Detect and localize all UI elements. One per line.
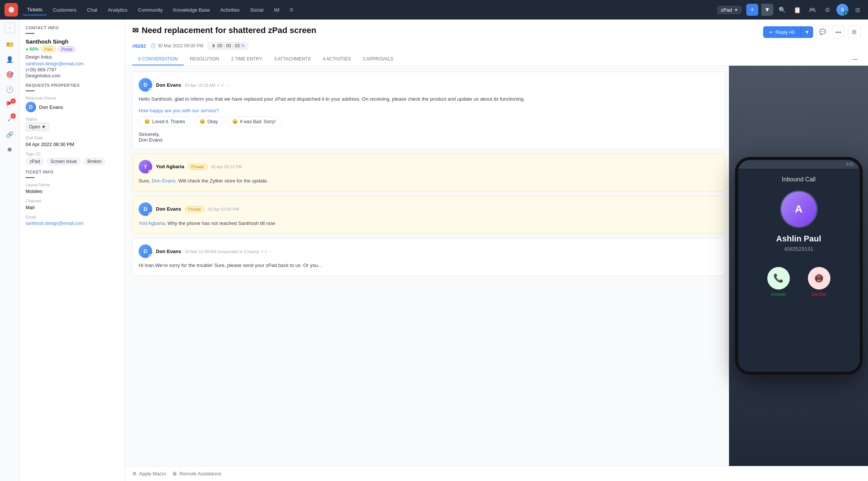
satisfaction-question: How happy are you with our service? <box>139 108 719 113</box>
main-content: ✉ Need replacement for shattered zPad sc… <box>125 20 868 481</box>
icon-sidebar: ‹ 🎫 👤 🎯 🕐 🚩 2 ✓ 4 🔗 ✺ <box>0 20 20 481</box>
ticket-tabs: 6 CONVERSATION RESOLUTION 2 TIME ENTRY 3… <box>132 53 860 65</box>
contact-paid-badge: Paid <box>41 46 56 52</box>
msg1-sincerely: Sincerely, Don Evans <box>139 131 719 143</box>
apply-macro-action[interactable]: ⚙ Apply Macro <box>132 471 166 476</box>
zpad-selector[interactable]: zPad ▼ <box>717 6 742 14</box>
sidebar-icon-target[interactable]: 🎯 <box>3 68 17 81</box>
nav-tickets[interactable]: Tickets <box>23 5 47 15</box>
tab-resolution[interactable]: RESOLUTION <box>184 53 225 65</box>
collapse-sidebar-button[interactable]: ‹ <box>5 23 15 33</box>
due-date-value: 04 Apr 2022 08:30 PM <box>26 142 118 147</box>
status-value: Open <box>29 124 40 130</box>
nav-chat[interactable]: Chat <box>83 5 102 15</box>
owner-avatar: D <box>26 102 36 112</box>
tag-zpad[interactable]: zPad <box>26 158 44 165</box>
nav-im[interactable]: IM <box>269 5 284 15</box>
chat-action-button[interactable]: 💬 <box>816 26 829 38</box>
nav-analytics[interactable]: Analytics <box>103 5 132 15</box>
msg2-body: Sure, Don Evans. Will check the Zylker s… <box>139 177 719 185</box>
avatar[interactable]: S <box>836 4 848 16</box>
answer-action: 📞 Answer <box>767 267 790 297</box>
status-dropdown[interactable]: Open ▼ <box>26 123 49 131</box>
contact-website[interactable]: DesignIndus.com <box>26 73 118 78</box>
msg3-body: Yod Agbaria, Why the phone has not reach… <box>139 220 719 228</box>
sidebar-icon-tasks[interactable]: ✓ 4 <box>3 113 17 126</box>
message-2: Y Yod Agbaria Private 02 Apr 03:12 PM Su… <box>132 154 725 191</box>
msg4-time: 30 Mar 12:09 AM (responded in 3 hours) <box>185 249 259 254</box>
nav-social[interactable]: Social <box>246 5 268 15</box>
gear-icon[interactable]: ⚙ <box>821 4 833 16</box>
ticket-date: 🕐 30 Mar 2022 09:00 PM <box>150 43 203 48</box>
msg1-time: 03 Apr 10:10 AM <box>185 83 215 87</box>
tag-broken[interactable]: Broken <box>83 158 106 165</box>
logo[interactable] <box>5 3 18 17</box>
mail-icon: ✉ <box>132 26 139 35</box>
nav-knowledge-base[interactable]: Knowledge Base <box>169 5 215 15</box>
msg2-author: Yod Agbaria <box>156 164 184 169</box>
caller-name: Ashlin Paul <box>776 234 821 244</box>
answer-button[interactable]: 📞 <box>767 267 790 290</box>
filter-action-button[interactable]: ⊞ <box>848 26 860 38</box>
tab-attachments[interactable]: 3 ATTACHMENTS <box>268 53 317 65</box>
reply-all-dropdown-button[interactable]: ▼ <box>800 26 813 38</box>
satisfaction-okay[interactable]: 😐 Okay <box>194 116 224 127</box>
sidebar-icon-contacts[interactable]: 👤 <box>3 53 17 66</box>
ticket-timer: ⏸ 00 : 00 : 03 ↻ <box>208 42 248 50</box>
decline-action: 📵 Decline <box>808 267 830 297</box>
phone-status-bar: 9:41 <box>738 160 860 169</box>
tab-approvals[interactable]: 2 APPROVALS <box>357 53 399 65</box>
search-nav-icon[interactable]: 🔍 <box>776 4 788 16</box>
bottom-bar: ⚙ Apply Macro 🖥 Remote Assistance <box>125 466 868 481</box>
due-date-label: Due Date <box>26 136 118 140</box>
sidebar-icon-integrations[interactable]: ✺ <box>3 143 17 156</box>
tabs-more-icon[interactable]: — <box>850 53 860 65</box>
decline-button[interactable]: 📵 <box>808 267 830 290</box>
tasks-badge: 4 <box>11 113 16 119</box>
compose-icon[interactable]: 📋 <box>791 4 803 16</box>
sidebar-icon-share[interactable]: 🔗 <box>3 128 17 141</box>
tab-conversation[interactable]: 6 CONVERSATION <box>132 53 184 65</box>
msg2-time: 02 Apr 03:12 PM <box>211 164 242 169</box>
tab-activities[interactable]: 4 ACTIVITIES <box>317 53 357 65</box>
nav-more-icon[interactable]: ≡ <box>286 4 298 16</box>
layout-value: Mobiles <box>26 188 118 194</box>
sidebar-icon-history[interactable]: 🕐 <box>3 83 17 96</box>
satisfaction-loved[interactable]: 😊 Loved it. Thanks <box>139 116 191 127</box>
ticket-info-section-title: TICKET INFO <box>26 170 118 174</box>
remote-assistance-action[interactable]: 🖥 Remote Assistance <box>172 471 221 476</box>
caller-avatar: A <box>780 190 818 228</box>
grid-icon[interactable]: ⊞ <box>851 4 863 16</box>
msg3-link[interactable]: Yod Agbaria <box>139 220 165 226</box>
reply-all-button[interactable]: ↩ Reply All <box>763 26 801 38</box>
contact-info-section-title: CONTACT INFO <box>26 26 118 30</box>
message-1: D Don Evans 03 Apr 10:10 AM ✓✓ ··· Hello… <box>132 72 725 149</box>
ticket-meta: #9282 🕐 30 Mar 2022 09:00 PM ⏸ 00 : 00 :… <box>132 42 860 50</box>
new-ticket-button[interactable]: + <box>746 4 758 16</box>
ticket-title: ✉ Need replacement for shattered zPad sc… <box>132 26 316 35</box>
channel-label: Channel <box>26 199 118 203</box>
sidebar-icon-flag[interactable]: 🚩 2 <box>3 98 17 111</box>
contact-email[interactable]: santhosh.design@email.com <box>26 61 118 66</box>
phone-frame: 9:41 Inbound Call A Ashlin Paul 40835291… <box>735 157 863 375</box>
decline-label: Decline <box>811 292 826 297</box>
owner-row: D Don Evans <box>26 102 118 112</box>
inbound-call-label: Inbound Call <box>782 176 816 183</box>
more-actions-button[interactable]: ••• <box>832 26 845 38</box>
msg2-link[interactable]: Don Evans <box>152 178 176 184</box>
new-ticket-dropdown[interactable]: ▼ <box>761 4 773 16</box>
nav-activities[interactable]: Activities <box>216 5 244 15</box>
sidebar-icon-tickets[interactable]: 🎫 <box>3 38 17 51</box>
satisfaction-bad[interactable]: 😠 It was Bad. Sorry! <box>227 116 281 127</box>
tag-screen-issue[interactable]: Screen Issue <box>46 158 81 165</box>
nav-community[interactable]: Community <box>133 5 167 15</box>
msg1-author: Don Evans <box>156 82 181 88</box>
remote-assistance-label: Remote Assistance <box>179 471 221 476</box>
conversation-area: D Don Evans 03 Apr 10:10 AM ✓✓ ··· Hello… <box>125 66 733 466</box>
contact-panel: CONTACT INFO Santhosh Singh ● 80% Paid P… <box>20 20 125 481</box>
msg1-check-icon: ✓✓ ··· <box>217 83 229 88</box>
nav-customers[interactable]: Customers <box>48 5 81 15</box>
tab-time-entry[interactable]: 2 TIME ENTRY <box>225 53 268 65</box>
game-icon[interactable]: 🎮 <box>806 4 818 16</box>
macro-icon: ⚙ <box>132 471 137 476</box>
